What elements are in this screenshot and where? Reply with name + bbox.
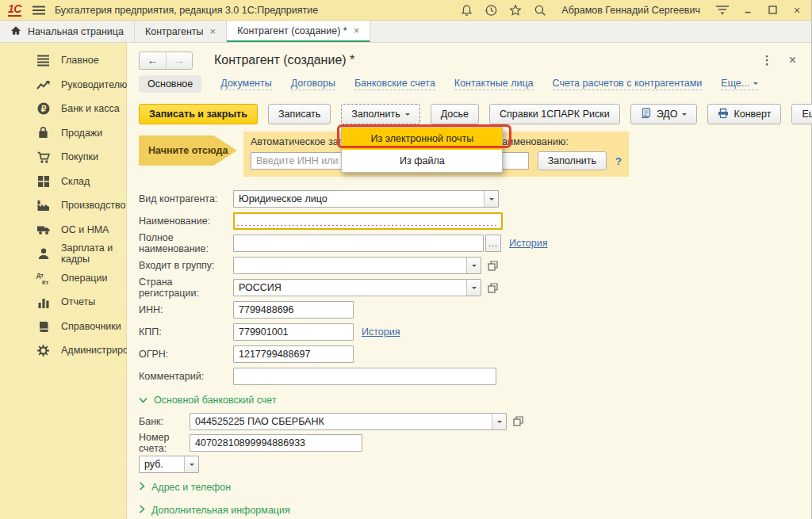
bank-section-toggle[interactable]: Основной банковский счет: [139, 390, 799, 410]
country-combobox[interactable]: РОССИЯ: [233, 279, 481, 296]
bank-combobox[interactable]: 044525225 ПАО СБЕРБАНК: [190, 413, 507, 430]
main-menu-icon[interactable]: [33, 6, 45, 15]
chevron-down-icon[interactable]: [466, 258, 481, 273]
chevron-down-icon: [139, 395, 147, 406]
menu-item-from-email[interactable]: Из электронной почты: [342, 128, 502, 150]
chevron-down-icon[interactable]: [466, 280, 481, 296]
shopping-bag-icon: [36, 125, 51, 140]
hint-fill-button[interactable]: Заполнить: [538, 151, 607, 170]
address-section-toggle[interactable]: Адрес и телефон: [139, 477, 799, 498]
field-label-kind: Вид контрагента:: [139, 193, 233, 204]
sidebar-item-zarplata-i-kadry[interactable]: Зарплата и кадры: [0, 242, 126, 266]
person-icon: [36, 246, 51, 261]
chevron-down-icon[interactable]: [492, 414, 506, 429]
tab-osnovnoe[interactable]: Основное: [139, 75, 201, 93]
tab-scheta-raschetov[interactable]: Счета расчетов с контрагентами: [553, 78, 703, 90]
field-label-ogrn: ОГРН:: [139, 349, 233, 360]
trend-chart-icon: [36, 77, 51, 92]
close-window-icon[interactable]: ×: [791, 5, 803, 16]
minimize-icon[interactable]: –: [741, 6, 754, 17]
sidebar-item-rukovoditelyu[interactable]: Руководителю: [0, 73, 126, 97]
sidebar-item-operacii[interactable]: ДтКт Операции: [0, 266, 126, 291]
notifications-bell-icon[interactable]: [461, 4, 473, 17]
current-user[interactable]: Абрамов Геннадий Сергеевич: [561, 5, 700, 16]
menu-item-from-file[interactable]: Из файла: [342, 150, 502, 172]
tab-kontragenty[interactable]: Контрагенты ×: [135, 21, 227, 42]
sidebar-item-glavnoe[interactable]: Главное: [0, 48, 126, 73]
maximize-icon[interactable]: [766, 5, 779, 16]
chevron-down-icon[interactable]: [484, 191, 498, 207]
field-label-group: Входит в группу:: [139, 260, 233, 271]
sidebar-item-otchety[interactable]: Отчеты: [0, 290, 126, 315]
comment-input[interactable]: [233, 368, 496, 385]
tab-bankovskie-scheta[interactable]: Банковские счета: [354, 78, 435, 90]
kebab-menu-icon[interactable]: ⋮: [761, 53, 773, 67]
main-sections-icon: [36, 53, 51, 68]
fill-dropdown-menu: Из электронной почты Из файла: [341, 127, 503, 173]
sidebar-item-spravochniki[interactable]: Справочники: [0, 315, 126, 339]
fill-button[interactable]: Заполнить Из электронной почты Из файла: [341, 104, 419, 124]
field-label-inn: ИНН:: [139, 304, 233, 315]
dossier-button[interactable]: Досье: [431, 104, 479, 124]
title-bar: 1С Бухгалтерия предприятия, редакция 3.0…: [0, 0, 811, 21]
tab-dokumenty[interactable]: Документы: [220, 78, 271, 90]
additional-info-section-toggle[interactable]: Дополнительная информация: [139, 500, 799, 519]
close-tab-icon[interactable]: ×: [354, 27, 360, 35]
sidebar-item-pokupki[interactable]: Покупки: [0, 145, 126, 170]
factory-icon: [36, 198, 51, 213]
field-label-kpp: КПП:: [139, 326, 233, 338]
tab-kontragent-create[interactable]: Контрагент (создание) * ×: [227, 21, 370, 42]
back-button[interactable]: ←: [140, 52, 166, 69]
open-list-icon[interactable]: [485, 258, 500, 273]
group-combobox[interactable]: [233, 257, 481, 274]
tab-label: Начальная страница: [28, 26, 124, 37]
tab-dogovory[interactable]: Договоры: [291, 78, 335, 90]
nav-more-link[interactable]: Еще...: [721, 78, 758, 90]
search-icon[interactable]: [534, 4, 546, 17]
field-label-country: Страна регистрации:: [139, 277, 233, 299]
forward-button[interactable]: →: [166, 52, 192, 69]
page-title: Контрагент (создание) *: [214, 53, 354, 67]
currency-combobox[interactable]: руб.: [139, 456, 199, 473]
sidebar-item-administrirovanie[interactable]: Администрирование: [0, 338, 126, 363]
app-window: 1С Бухгалтерия предприятия, редакция 3.0…: [0, 0, 812, 519]
save-and-close-button[interactable]: Записать и закрыть: [139, 104, 258, 124]
history-icon[interactable]: [485, 4, 497, 17]
svg-text:₽: ₽: [40, 104, 46, 113]
chevron-down-icon[interactable]: [184, 456, 198, 472]
form-area: ← → Контрагент (создание) * ⋮ × Основное…: [127, 43, 811, 519]
full-name-input[interactable]: [233, 235, 484, 252]
kpp-history-link[interactable]: История: [362, 326, 400, 338]
kind-combobox[interactable]: Юридическое лицо: [233, 190, 499, 208]
hint-help-link[interactable]: ?: [615, 155, 622, 167]
chevron-down-icon: [682, 113, 687, 118]
chevron-down-icon: [405, 113, 410, 118]
inn-input[interactable]: [233, 301, 354, 319]
kpp-input[interactable]: [233, 323, 354, 341]
sidebar-item-proizvodstvo[interactable]: Производство: [0, 193, 126, 218]
full-name-history-link[interactable]: История: [509, 238, 547, 249]
open-list-icon[interactable]: [485, 280, 500, 296]
sidebar-item-os-i-nma[interactable]: ОС и НМА: [0, 218, 126, 242]
envelope-button[interactable]: Конверт: [707, 104, 781, 124]
edo-button[interactable]: ЭДО: [630, 104, 698, 124]
close-tab-icon[interactable]: ×: [210, 28, 216, 36]
name-input[interactable]: [233, 212, 503, 230]
sidebar-item-sklad[interactable]: Склад: [0, 170, 126, 194]
more-button[interactable]: Еще: [791, 104, 812, 124]
open-list-icon[interactable]: [511, 414, 526, 429]
tab-home[interactable]: Начальная страница: [0, 21, 135, 42]
save-button[interactable]: Записать: [268, 104, 331, 124]
ellipsis-button[interactable]: ...: [485, 235, 501, 252]
svg-text:Кт: Кт: [42, 278, 49, 285]
spark-reports-button[interactable]: Справки 1СПАРК Риски: [489, 104, 620, 124]
close-form-icon[interactable]: ×: [789, 53, 796, 67]
service-menu-icon[interactable]: [715, 5, 730, 15]
sidebar-item-bank-i-kassa[interactable]: ₽ Банк и касса: [0, 97, 126, 121]
ogrn-input[interactable]: [233, 345, 354, 363]
account-number-input[interactable]: [190, 434, 362, 452]
sidebar-item-prodazhi[interactable]: Продажи: [0, 121, 126, 146]
tab-kontaktnye-lica[interactable]: Контактные лица: [454, 78, 534, 90]
toolbar: Записать и закрыть Записать Заполнить Из…: [127, 100, 811, 130]
favorites-star-icon[interactable]: [509, 4, 522, 17]
